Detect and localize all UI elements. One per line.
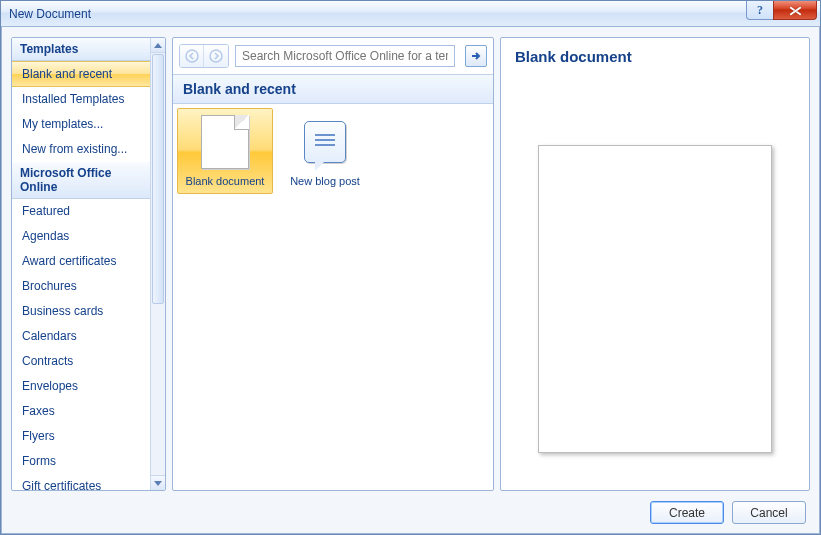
template-label: Blank document [178, 175, 272, 187]
arrow-right-icon [209, 49, 223, 63]
sidebar-item-brochures[interactable]: Brochures [12, 274, 150, 299]
preview-title: Blank document [515, 48, 795, 65]
center-toolbar [173, 38, 493, 74]
titlebar: New Document ? [1, 1, 820, 27]
sidebar-item-installed-templates[interactable]: Installed Templates [12, 87, 150, 112]
sidebar-panel: Templates Blank and recent Installed Tem… [11, 37, 166, 491]
sidebar-item-blank-and-recent[interactable]: Blank and recent [12, 61, 150, 87]
blog-icon [304, 121, 346, 163]
sidebar-item-business-cards[interactable]: Business cards [12, 299, 150, 324]
window-title: New Document [9, 7, 91, 21]
back-button[interactable] [180, 45, 204, 67]
help-button[interactable]: ? [746, 1, 774, 20]
scroll-up-button[interactable] [151, 38, 165, 53]
sidebar-item-faxes[interactable]: Faxes [12, 399, 150, 424]
page-icon [201, 115, 249, 169]
search-go-button[interactable] [465, 45, 487, 67]
sidebar-list: Templates Blank and recent Installed Tem… [12, 38, 150, 490]
cancel-button[interactable]: Cancel [732, 501, 806, 524]
svg-point-1 [210, 50, 222, 62]
sidebar-item-flyers[interactable]: Flyers [12, 424, 150, 449]
sidebar-item-featured[interactable]: Featured [12, 199, 150, 224]
arrow-go-icon [470, 50, 482, 62]
panels: Templates Blank and recent Installed Tem… [11, 37, 810, 491]
sidebar-item-envelopes[interactable]: Envelopes [12, 374, 150, 399]
sidebar-item-my-templates[interactable]: My templates... [12, 112, 150, 137]
sidebar-header-office-online: Microsoft Office Online [12, 162, 150, 199]
arrow-left-icon [185, 49, 199, 63]
window-controls: ? [747, 1, 817, 20]
close-icon [789, 6, 802, 15]
chevron-down-icon [154, 481, 162, 486]
search-input[interactable] [236, 49, 454, 63]
sidebar-item-agendas[interactable]: Agendas [12, 224, 150, 249]
template-grid: Blank document New blog post [173, 104, 493, 198]
forward-button[interactable] [204, 45, 228, 67]
sidebar-item-award-certificates[interactable]: Award certificates [12, 249, 150, 274]
sidebar-item-new-from-existing[interactable]: New from existing... [12, 137, 150, 162]
sidebar-header-templates: Templates [12, 38, 150, 61]
dialog-footer: Create Cancel [11, 497, 810, 524]
center-header: Blank and recent [173, 74, 493, 104]
help-icon: ? [757, 3, 763, 18]
close-button[interactable] [773, 1, 817, 20]
create-button[interactable]: Create [650, 501, 724, 524]
sidebar-scrollbar[interactable] [150, 38, 165, 490]
nav-button-group [179, 44, 229, 68]
preview-page-thumbnail [538, 145, 772, 453]
new-document-dialog: New Document ? Templates Blank and recen… [0, 0, 821, 535]
center-panel: Blank and recent Blank document New blog… [172, 37, 494, 491]
sidebar-item-gift-certificates[interactable]: Gift certificates [12, 474, 150, 490]
sidebar-item-contracts[interactable]: Contracts [12, 349, 150, 374]
scroll-down-button[interactable] [151, 475, 165, 490]
sidebar-item-forms[interactable]: Forms [12, 449, 150, 474]
preview-panel: Blank document [500, 37, 810, 491]
svg-point-0 [186, 50, 198, 62]
scroll-thumb[interactable] [152, 54, 164, 304]
template-label: New blog post [278, 175, 372, 187]
sidebar-item-calendars[interactable]: Calendars [12, 324, 150, 349]
template-blank-document[interactable]: Blank document [177, 108, 273, 194]
chevron-up-icon [154, 43, 162, 48]
template-new-blog-post[interactable]: New blog post [277, 108, 373, 194]
dialog-body: Templates Blank and recent Installed Tem… [1, 27, 820, 534]
search-field-wrap [235, 45, 455, 67]
